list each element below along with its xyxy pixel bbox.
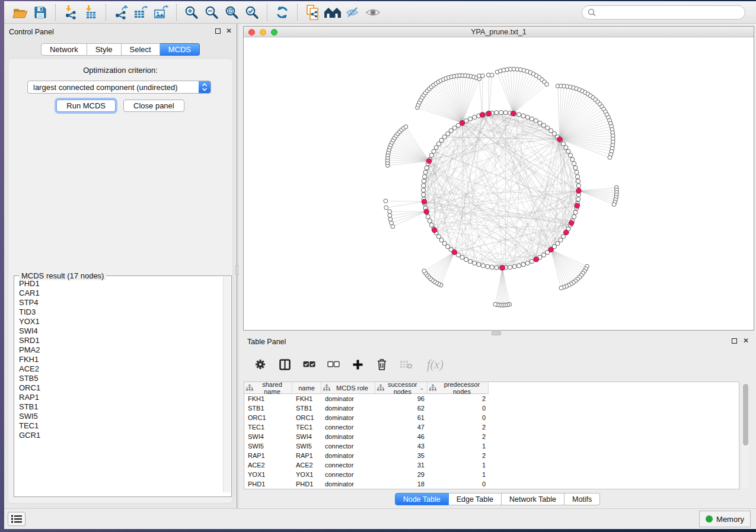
tab-select[interactable]: Select (122, 43, 160, 56)
tab-edge-table[interactable]: Edge Table (449, 493, 502, 505)
close-panel-icon[interactable]: ✕ (226, 28, 232, 34)
mcds-result-item[interactable]: STP4 (15, 298, 224, 307)
save-session-icon[interactable] (30, 4, 50, 21)
memory-label: Memory (716, 515, 744, 524)
mcds-result-item[interactable]: TID3 (15, 307, 224, 317)
cell: ORC1 (292, 413, 321, 422)
cell: 2 (428, 394, 489, 403)
export-table-icon[interactable] (131, 4, 151, 21)
network-canvas[interactable] (244, 37, 754, 330)
table-row[interactable]: SWI5SWI5connector431 (244, 441, 739, 451)
delete-row-icon[interactable] (375, 357, 389, 371)
zoom-selected-icon[interactable] (242, 4, 262, 21)
show-hidden-icon[interactable] (363, 4, 383, 21)
table-row[interactable]: SWI4SWI4dominator462 (244, 432, 739, 441)
open-file-icon[interactable] (10, 4, 30, 21)
mcds-result-item[interactable]: ORC1 (15, 383, 224, 393)
mcds-result-item[interactable]: STB5 (15, 374, 224, 383)
table-row[interactable]: YOX1YOX1connector291 (244, 470, 739, 479)
mcds-result-item[interactable]: YOX1 (15, 317, 224, 326)
mcds-result-list[interactable]: PHD1CAR1STP4TID3YOX1SWI4SRD1PMA2FKH1ACE2… (15, 279, 224, 492)
column-header-name[interactable]: name (292, 382, 321, 394)
mcds-result-item[interactable]: SRD1 (15, 336, 224, 345)
cell: STB1 (244, 403, 292, 413)
mcds-result-item[interactable]: TEC1 (15, 421, 224, 431)
tab-motifs[interactable]: Motifs (564, 493, 600, 505)
cell: 0 (428, 403, 489, 413)
search-field[interactable] (582, 5, 745, 20)
float-table-panel-icon[interactable] (732, 338, 737, 344)
run-mcds-button[interactable]: Run MCDS (56, 100, 116, 112)
tab-network[interactable]: Network (41, 43, 87, 56)
criterion-value: largest connected component (undirected) (28, 83, 199, 92)
table-scrollbar[interactable] (742, 383, 749, 488)
zoom-out-icon[interactable] (202, 4, 222, 21)
mcds-panel: Optimization criterion: largest connecte… (8, 58, 233, 504)
toolbar-separator (267, 4, 267, 21)
close-panel-button[interactable]: Close panel (123, 100, 184, 112)
table-row[interactable]: ACE2ACE2connector311 (244, 460, 739, 470)
import-network-icon[interactable] (60, 4, 81, 21)
hide-selected-icon[interactable] (343, 4, 363, 21)
select-all-icon[interactable] (302, 357, 316, 371)
mcds-result-item[interactable]: GCR1 (15, 431, 224, 440)
column-header-MCDS-role[interactable]: MCDS role (321, 382, 375, 394)
cell: connector (321, 422, 375, 432)
column-header-successor-nodes[interactable]: successor nodes⌄ (375, 382, 428, 394)
mcds-list-scrollbar[interactable] (223, 277, 231, 492)
task-history-button[interactable] (8, 512, 25, 526)
cell: 2 (428, 422, 489, 432)
node-table: shared namenameMCDS rolesuccessor nodes⌄… (244, 382, 739, 489)
tab-node-table[interactable]: Node Table (395, 493, 449, 505)
mcds-result-item[interactable]: PMA2 (15, 345, 224, 355)
mcds-result-item[interactable]: RAP1 (15, 393, 224, 402)
clone-network-icon[interactable] (302, 4, 323, 21)
network-titlebar[interactable]: YPA_prune.txt_1 (244, 27, 754, 37)
cell: 0 (428, 479, 489, 489)
import-table-icon[interactable] (81, 4, 101, 21)
column-header-predecessor-nodes[interactable]: predecessor nodes (428, 382, 489, 394)
table-row[interactable]: ORC1ORC1dominator610 (244, 413, 739, 422)
mcds-result-item[interactable]: CAR1 (15, 289, 224, 298)
cell: RAP1 (244, 451, 292, 460)
search-input[interactable] (599, 8, 745, 17)
cell: YOX1 (292, 470, 321, 479)
zoom-in-icon[interactable] (181, 4, 202, 21)
table-row[interactable]: FKH1FKH1dominator962 (244, 394, 739, 403)
export-network-icon[interactable] (111, 4, 131, 21)
table-row[interactable]: TEC1TEC1connector472 (244, 422, 739, 432)
cell: 2 (428, 432, 489, 441)
show-all-icon[interactable] (323, 4, 343, 21)
cell: 31 (375, 460, 428, 470)
float-panel-icon[interactable] (215, 28, 221, 34)
mcds-result-item[interactable]: SWI5 (15, 412, 224, 421)
cell: dominator (321, 432, 375, 441)
select-stepper-icon (199, 81, 210, 94)
table-row[interactable]: RAP1RAP1dominator352 (244, 451, 739, 460)
tab-mcds[interactable]: MCDS (160, 43, 200, 56)
close-table-panel-icon[interactable]: ✕ (743, 338, 749, 344)
cell: 29 (375, 470, 428, 479)
refresh-icon[interactable] (272, 4, 292, 21)
column-header-shared-name[interactable]: shared name (244, 382, 292, 394)
settings-icon[interactable] (253, 357, 267, 371)
memory-button[interactable]: Memory (699, 511, 751, 527)
tab-network-table[interactable]: Network Table (502, 493, 564, 505)
mcds-result-item[interactable]: FKH1 (15, 355, 224, 364)
zoom-fit-icon[interactable] (222, 4, 242, 21)
tab-style[interactable]: Style (87, 43, 122, 56)
table-row[interactable]: PHD1PHD1dominator180 (244, 479, 739, 489)
columns-icon[interactable] (277, 357, 292, 371)
add-row-icon[interactable] (350, 357, 365, 371)
mcds-result-item[interactable]: PHD1 (15, 279, 224, 289)
mcds-result-item[interactable]: ACE2 (15, 364, 224, 374)
criterion-select[interactable]: largest connected component (undirected) (27, 81, 211, 94)
table-row[interactable]: STB1STB1dominator620 (244, 403, 739, 413)
deselect-all-icon[interactable] (326, 357, 340, 371)
network-window: YPA_prune.txt_1 (243, 26, 754, 331)
table-scrollbar-thumb[interactable] (743, 384, 748, 446)
export-image-icon[interactable] (151, 4, 171, 21)
mcds-result-item[interactable]: STB1 (15, 402, 224, 412)
cell: connector (321, 460, 375, 470)
mcds-result-item[interactable]: SWI4 (15, 326, 224, 336)
